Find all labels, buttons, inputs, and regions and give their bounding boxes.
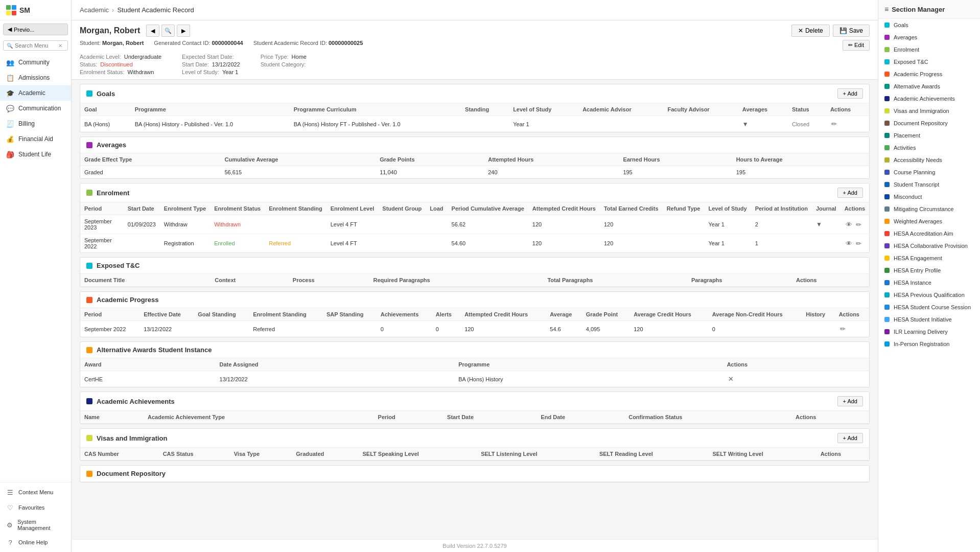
goals-cell-standing: [461, 116, 509, 132]
academic-icon: 🎓: [6, 89, 14, 97]
system-management-icon: ⚙: [6, 521, 13, 529]
sidebar-item-favourites[interactable]: ♡ Favourites: [0, 500, 71, 515]
sm-item-course-planning[interactable]: Course Planning: [878, 166, 980, 178]
enrolment-add-button[interactable]: + Add: [837, 188, 863, 198]
visas-immigration-section-title: Visas and Immigration: [86, 434, 167, 442]
enrol-cell-journal-1[interactable]: ▼: [812, 215, 841, 234]
enrol-cell-refund-2: [663, 234, 705, 253]
sidebar-label-context-menu: Context Menu: [18, 489, 53, 495]
enrol-cell-level-study-2: Year 1: [704, 234, 751, 253]
sidebar-item-student-life[interactable]: 🎒 Student Life: [0, 147, 71, 162]
sm-item-academic-progress[interactable]: Academic Progress: [878, 68, 980, 80]
alternative-awards-section-header: Alternative Awards Student Instance: [80, 342, 869, 358]
sm-item-accessibility[interactable]: Accessibility Needs: [878, 154, 980, 166]
search-input[interactable]: [15, 42, 58, 49]
sm-item-academic-achievements[interactable]: Academic Achievements: [878, 93, 980, 105]
sidebar-item-communication[interactable]: 💬 Communication: [0, 101, 71, 116]
sm-item-averages[interactable]: Averages: [878, 31, 980, 43]
sm-item-goals[interactable]: Goals: [878, 19, 980, 31]
averages-section-title: Averages: [86, 141, 126, 149]
sidebar-item-community[interactable]: 👥 Community: [0, 55, 71, 70]
sar-id-label: Student Academic Record ID: 00000000025: [253, 40, 363, 51]
sm-item-hesa-entry-profile[interactable]: HESA Entry Profile: [878, 264, 980, 277]
sidebar-item-financial-aid[interactable]: 💰 Financial Aid: [0, 131, 71, 147]
sm-item-hesa-prev-qual[interactable]: HESA Previous Qualification: [878, 289, 980, 301]
sm-item-ilr-learning[interactable]: ILR Learning Delivery: [878, 326, 980, 338]
sm-item-hesa-student-course[interactable]: HESA Student Course Session: [878, 301, 980, 313]
enrol-view-button-2[interactable]: 👁: [845, 239, 853, 248]
sm-item-mitigating-circumstance[interactable]: Mitigating Circumstance: [878, 203, 980, 215]
sm-item-hesa-engagement[interactable]: HESA Engagement: [878, 252, 980, 264]
sidebar-item-system-management[interactable]: ⚙ System Management: [0, 515, 71, 535]
level-of-study-label: Level of Study:: [182, 69, 219, 75]
visas-immigration-add-button[interactable]: + Add: [837, 433, 863, 443]
student-label: Student: Morgan, Robert: [80, 40, 144, 51]
sidebar-label-admissions: Admissions: [18, 74, 50, 81]
averages-col-earned: Earned Hours: [619, 153, 732, 166]
ap-edit-button-1[interactable]: ✏: [839, 324, 847, 334]
search-record-button[interactable]: 🔍: [161, 25, 175, 37]
edit-button[interactable]: ✏ Edit: [843, 40, 870, 51]
sm-item-hesa-instance[interactable]: HESA Instance: [878, 277, 980, 289]
sm-item-hesa-student-initiative[interactable]: HESA Student Initiative: [878, 313, 980, 326]
sm-item-activities[interactable]: Activities: [878, 142, 980, 154]
aa-delete-button-1[interactable]: ✕: [727, 374, 735, 384]
goals-col-averages: Averages: [738, 103, 788, 116]
aa-col-date: Date Assigned: [216, 358, 455, 371]
document-repository-dot: [86, 471, 92, 477]
enrolment-section-title: Enrolment: [86, 189, 129, 197]
enrolment-status-item: Enrolment Status: Withdrawn: [80, 69, 161, 75]
alternative-awards-table: Award Date Assigned Programme Actions Ce…: [80, 358, 869, 387]
aa-cell-programme-1: BA (Hons) History: [454, 371, 723, 387]
ap-col-actions: Actions: [835, 308, 869, 321]
enrol-col-start-date: Start Date: [124, 202, 160, 215]
breadcrumb-separator: ›: [112, 6, 114, 14]
student-category-label: Student Category:: [261, 61, 306, 67]
enrol-col-load: Load: [426, 202, 447, 215]
sm-item-weighted-averages[interactable]: Weighted Averages: [878, 215, 980, 227]
save-button[interactable]: 💾 Save: [833, 25, 870, 37]
sidebar-item-context-menu[interactable]: ☰ Context Menu: [0, 485, 71, 500]
academic-progress-title-text: Academic Progress: [97, 296, 158, 304]
goals-edit-button[interactable]: ✏: [830, 119, 838, 129]
sm-item-placement[interactable]: Placement: [878, 129, 980, 142]
goals-cell-averages[interactable]: ▼: [738, 116, 788, 132]
sm-item-student-transcript[interactable]: Student Transcript: [878, 178, 980, 191]
ap-cell-average-1: 54.6: [546, 321, 581, 337]
academic-achievements-title-text: Academic Achievements: [97, 398, 175, 405]
sm-item-exposed-tc[interactable]: Exposed T&C: [878, 56, 980, 68]
sm-item-document-repository[interactable]: Document Repository: [878, 117, 980, 129]
sm-item-visas-immigration[interactable]: Visas and Immigration: [878, 105, 980, 117]
logo-cell-blue: [12, 5, 16, 10]
clear-search-icon[interactable]: ✕: [58, 43, 62, 49]
enrol-view-button-1[interactable]: 👁: [845, 220, 853, 229]
favourites-icon: ♡: [6, 503, 14, 512]
sm-item-in-person-registration[interactable]: In-Person Registration: [878, 338, 980, 350]
prev-record-button[interactable]: ◀: [146, 25, 159, 37]
community-icon: 👥: [6, 58, 14, 66]
breadcrumb-academic[interactable]: Academic: [80, 6, 109, 14]
sidebar-item-academic[interactable]: 🎓 Academic: [0, 85, 71, 101]
goals-add-button[interactable]: + Add: [837, 88, 863, 99]
sm-item-alternative-awards[interactable]: Alternative Awards: [878, 80, 980, 93]
sidebar-item-billing[interactable]: 🧾 Billing: [0, 116, 71, 131]
next-record-button[interactable]: ▶: [177, 25, 190, 37]
enrol-edit-button-1[interactable]: ✏: [855, 220, 862, 229]
sm-item-misconduct[interactable]: Misconduct: [878, 191, 980, 203]
previous-button[interactable]: ◀ Previo...: [3, 24, 68, 35]
alternative-awards-section: Alternative Awards Student Instance Awar…: [80, 341, 870, 387]
academic-achievements-add-button[interactable]: + Add: [837, 396, 863, 406]
enrol-edit-button-2[interactable]: ✏: [855, 239, 862, 248]
goals-cell-goal: BA (Hons): [80, 116, 131, 132]
ap-col-goal-standing: Goal Standing: [194, 308, 249, 321]
averages-cell-grade-effect: Graded: [80, 166, 220, 179]
sm-item-hesa-accreditation[interactable]: HESA Accreditation Aim: [878, 227, 980, 240]
sidebar-item-admissions[interactable]: 📋 Admissions: [0, 70, 71, 85]
sidebar-item-online-help[interactable]: ? Online Help: [0, 535, 71, 550]
sm-item-enrolment[interactable]: Enrolment: [878, 43, 980, 56]
start-date-value: 13/12/2022: [212, 61, 240, 67]
delete-button[interactable]: ✕ Delete: [791, 25, 830, 37]
enrol-col-actions: Actions: [841, 202, 869, 215]
sm-item-hesa-collaborative[interactable]: HESA Collaborative Provision: [878, 240, 980, 252]
vi-col-selt-writing: SELT Writing Level: [709, 448, 816, 461]
